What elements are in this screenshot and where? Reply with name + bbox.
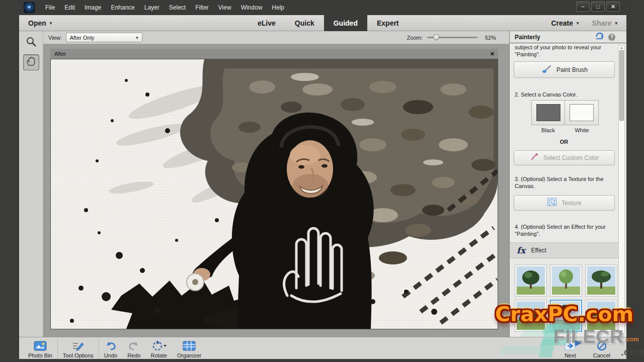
view-select-value: After Only: [70, 35, 95, 41]
canvas-area: After ✕: [43, 44, 509, 324]
panel-header: Painterly ?: [510, 31, 626, 43]
help-icon[interactable]: ?: [608, 34, 615, 41]
white-swatch-fill: [570, 104, 594, 121]
photo-bin-label: Photo Bin: [28, 352, 52, 358]
menu-edit[interactable]: Edit: [64, 4, 75, 11]
black-swatch[interactable]: [531, 100, 565, 125]
magnifier-icon: [26, 36, 37, 49]
cancel-icon: [597, 340, 607, 352]
reset-panel-icon[interactable]: [595, 32, 604, 42]
tab-guided[interactable]: Guided: [324, 15, 367, 31]
maximize-button[interactable]: □: [591, 2, 605, 12]
step3-label: 3. (Optional) Select a Texture for the C…: [515, 176, 614, 190]
select-custom-color-label: Select Custom Color: [543, 154, 599, 161]
close-button[interactable]: ✕: [606, 2, 620, 12]
paint-brush-button[interactable]: Paint Brush: [514, 61, 615, 78]
view-label: View:: [48, 35, 62, 41]
menu-view[interactable]: View: [218, 4, 231, 11]
zoom-slider-knob[interactable]: [433, 34, 439, 40]
taskbar: Photo Bin Tool Options Undo Redo: [19, 337, 626, 359]
zoom-label: Zoom:: [407, 35, 423, 41]
view-bar: View: After Only ▾ Zoom: 52%: [43, 31, 509, 44]
rotate-icon: [151, 340, 167, 352]
eyedropper-icon: [530, 153, 539, 163]
texture-label: Texture: [561, 200, 581, 207]
menu-select[interactable]: Select: [169, 4, 186, 11]
zoom-slider[interactable]: [427, 37, 477, 38]
scroll-down-icon[interactable]: ▼: [619, 330, 624, 333]
menu-layer[interactable]: Layer: [144, 4, 159, 11]
undo-label: Undo: [104, 352, 117, 358]
share-button[interactable]: Share ▾: [592, 19, 617, 27]
scrollbar-thumb[interactable]: [619, 50, 624, 121]
or-label: OR: [510, 139, 618, 145]
paint-brush-label: Paint Brush: [556, 66, 588, 73]
tab-expert[interactable]: Expert: [367, 15, 409, 31]
open-button[interactable]: Open ▾: [28, 15, 52, 31]
hand-tool-button[interactable]: [23, 54, 39, 70]
paint-brush-icon: [541, 64, 552, 75]
effect-thumbnail-3[interactable]: [585, 264, 617, 297]
hand-icon: [26, 56, 37, 69]
chevron-down-icon: ▾: [50, 21, 52, 26]
step4-label: 4. (Optional) Select an Effect for your …: [515, 224, 614, 238]
tool-options-button[interactable]: Tool Options: [58, 338, 99, 358]
tab-quick[interactable]: Quick: [285, 15, 324, 31]
menu-filter[interactable]: Filter: [195, 4, 209, 11]
redo-button[interactable]: Redo: [122, 338, 145, 358]
menu-help[interactable]: Help: [272, 4, 284, 11]
cancel-button[interactable]: Cancel: [588, 338, 615, 358]
step2-label: 2. Select a Canvas Color.: [515, 92, 614, 99]
chevron-down-icon: ▾: [136, 35, 138, 40]
open-label: Open: [28, 19, 46, 27]
cancel-label: Cancel: [593, 352, 610, 358]
filecr-com-small: .com: [625, 336, 639, 343]
document-area: View: After Only ▾ Zoom: 52% After: [43, 31, 509, 337]
photo-canvas[interactable]: [50, 59, 498, 329]
effect-thumbnail-2[interactable]: [550, 264, 582, 297]
close-icon[interactable]: ✕: [490, 51, 495, 57]
view-select[interactable]: After Only ▾: [66, 33, 142, 42]
white-swatch-label: White: [565, 127, 599, 133]
canvas-color-swatches: [531, 100, 599, 125]
next-arrow-icon: [565, 340, 576, 352]
minimize-button[interactable]: –: [576, 2, 590, 12]
intro-text: subject of your photo to reveal your "Pa…: [515, 44, 614, 58]
menu-image[interactable]: Image: [85, 4, 101, 11]
menu-items: File Edit Image Enhance Layer Select Fil…: [45, 4, 284, 11]
white-swatch[interactable]: [565, 100, 599, 125]
organizer-icon: [183, 340, 196, 352]
next-label: Next: [565, 352, 576, 358]
undo-icon: [105, 340, 117, 352]
create-button[interactable]: Create ▾: [551, 19, 579, 27]
menu-enhance[interactable]: Enhance: [111, 4, 134, 11]
photo-bin-icon: [34, 340, 47, 352]
frame-title: After: [54, 51, 66, 57]
rotate-button[interactable]: Rotate: [145, 338, 172, 358]
chevron-down-icon: ▾: [577, 21, 579, 26]
tool-options-icon: [72, 340, 84, 352]
image-window: After ✕: [50, 49, 498, 329]
undo-button[interactable]: Undo: [99, 338, 122, 358]
photo-bin-button[interactable]: Photo Bin: [23, 338, 57, 358]
create-label: Create: [551, 19, 573, 27]
texture-button[interactable]: Texture: [514, 195, 615, 211]
tab-elive[interactable]: eLive: [248, 15, 285, 31]
zoom-control: Zoom: 52%: [407, 35, 496, 41]
fx-icon: fx: [517, 245, 525, 255]
zoom-tool-button[interactable]: [23, 35, 39, 51]
window-controls: – □ ✕: [576, 2, 620, 12]
organizer-button[interactable]: Organizer: [172, 338, 206, 358]
organizer-label: Organizer: [177, 352, 201, 358]
share-label: Share: [592, 19, 612, 27]
panel-scrollbar[interactable]: ▲ ▼: [618, 45, 625, 334]
scroll-up-icon[interactable]: ▲: [619, 46, 624, 49]
menu-file[interactable]: File: [45, 4, 55, 11]
next-button[interactable]: Next: [559, 338, 581, 358]
select-custom-color-button[interactable]: Select Custom Color: [514, 150, 615, 165]
effect-thumbnail-1[interactable]: [515, 264, 547, 297]
redo-icon: [128, 340, 140, 352]
image-window-header: After ✕: [50, 49, 498, 59]
menu-window[interactable]: Window: [241, 4, 263, 11]
zoom-value: 52%: [482, 35, 496, 41]
